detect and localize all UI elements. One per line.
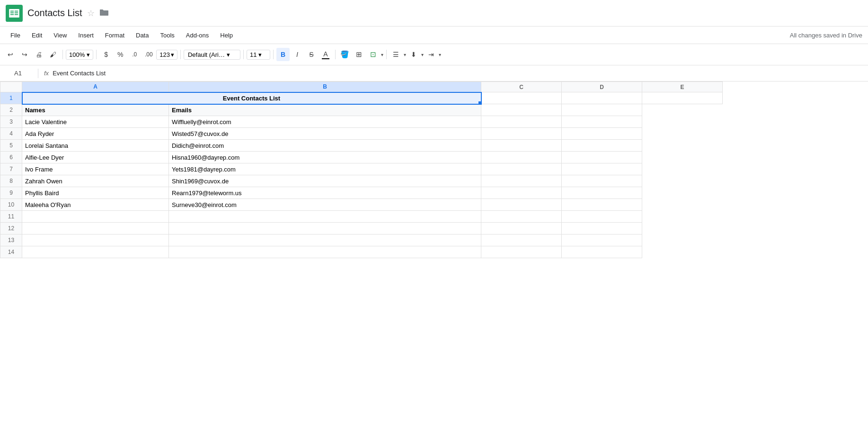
row-num-7[interactable]: 7 [0, 163, 22, 175]
row-num-8[interactable]: 8 [0, 175, 22, 187]
cell-d12[interactable] [562, 223, 642, 235]
cell-e1[interactable] [642, 92, 723, 104]
document-title[interactable]: Contacts List [27, 8, 82, 18]
cell-c5[interactable] [481, 140, 562, 152]
bold-button[interactable]: B [276, 48, 290, 61]
cell-reference[interactable]: A1 [4, 70, 32, 77]
row-num-12[interactable]: 12 [0, 223, 22, 235]
col-header-c[interactable]: C [481, 82, 562, 92]
cell-d4[interactable] [562, 128, 642, 140]
cell-c2[interactable] [481, 104, 562, 116]
menu-edit[interactable]: Edit [27, 30, 47, 41]
cell-c3[interactable] [481, 116, 562, 128]
cell-b6[interactable]: Hisna1960@dayrep.com [169, 152, 481, 163]
redo-button[interactable]: ↪ [18, 48, 31, 61]
menu-format[interactable]: Format [100, 30, 129, 41]
strikethrough-button[interactable]: S [305, 48, 318, 61]
cell-c9[interactable] [481, 187, 562, 199]
cell-b12[interactable] [169, 223, 481, 235]
cell-a6[interactable]: Alfie-Lee Dyer [22, 152, 169, 163]
cell-c7[interactable] [481, 163, 562, 175]
decimal-decrease-button[interactable]: .0 [128, 48, 141, 61]
cell-c13[interactable] [481, 235, 562, 246]
menu-addons[interactable]: Add-ons [181, 30, 213, 41]
col-header-d[interactable]: D [562, 82, 642, 92]
cell-a2[interactable]: Names [22, 104, 169, 116]
cell-c10[interactable] [481, 199, 562, 211]
menu-view[interactable]: View [49, 30, 71, 41]
cell-d8[interactable] [562, 175, 642, 187]
border-button[interactable]: ⊞ [353, 48, 366, 61]
cell-a10[interactable]: Maleeha O'Ryan [22, 199, 169, 211]
cell-c8[interactable] [481, 175, 562, 187]
print-button[interactable]: 🖨 [32, 48, 45, 61]
font-family-selector[interactable]: Default (Ari… ▾ [184, 50, 240, 60]
valign-chevron[interactable]: ▾ [421, 52, 424, 57]
wrap-chevron[interactable]: ▾ [439, 52, 441, 57]
cell-d2[interactable] [562, 104, 642, 116]
row-num-13[interactable]: 13 [0, 235, 22, 246]
menu-file[interactable]: File [6, 30, 25, 41]
row-num-1[interactable]: 1 [0, 92, 22, 104]
cell-c1[interactable] [481, 92, 562, 104]
cell-a1-merged[interactable]: Event Contacts List [22, 92, 481, 104]
text-wrap-button[interactable]: ⇥ [425, 48, 438, 61]
row-num-5[interactable]: 5 [0, 140, 22, 152]
paint-format-button[interactable]: 🖌 [46, 48, 60, 61]
menu-insert[interactable]: Insert [73, 30, 98, 41]
cell-b9[interactable]: Rearn1979@teleworm.us [169, 187, 481, 199]
merge-cells-button[interactable]: ⊡ [367, 48, 380, 61]
cell-b10[interactable]: Surneve30@einrot.com [169, 199, 481, 211]
cell-b8[interactable]: Shin1969@cuvox.de [169, 175, 481, 187]
format-number-button[interactable]: 123 ▾ [156, 50, 177, 60]
cell-a9[interactable]: Phyllis Baird [22, 187, 169, 199]
cell-d11[interactable] [562, 211, 642, 223]
row-num-4[interactable]: 4 [0, 128, 22, 140]
cell-d3[interactable] [562, 116, 642, 128]
cell-b4[interactable]: Wisted57@cuvox.de [169, 128, 481, 140]
cell-a8[interactable]: Zahrah Owen [22, 175, 169, 187]
align-button[interactable]: ☰ [390, 48, 403, 61]
row-num-6[interactable]: 6 [0, 152, 22, 163]
cell-a14[interactable] [22, 246, 169, 258]
row-num-3[interactable]: 3 [0, 116, 22, 128]
col-header-e[interactable]: E [642, 82, 723, 92]
cell-d6[interactable] [562, 152, 642, 163]
grid-container[interactable]: A B C D E 1Event Contacts List2NamesEmai… [0, 81, 868, 424]
cell-a12[interactable] [22, 223, 169, 235]
cell-b5[interactable]: Didich@einrot.com [169, 140, 481, 152]
cell-a3[interactable]: Lacie Valentine [22, 116, 169, 128]
col-header-b[interactable]: B [169, 82, 481, 92]
row-num-9[interactable]: 9 [0, 187, 22, 199]
percent-button[interactable]: % [114, 48, 127, 61]
cell-d7[interactable] [562, 163, 642, 175]
italic-button[interactable]: I [291, 48, 304, 61]
row-num-11[interactable]: 11 [0, 211, 22, 223]
cell-a5[interactable]: Lorelai Santana [22, 140, 169, 152]
col-header-a[interactable]: A [22, 82, 169, 92]
cell-a13[interactable] [22, 235, 169, 246]
cell-d10[interactable] [562, 199, 642, 211]
currency-button[interactable]: $ [99, 48, 113, 61]
cell-d5[interactable] [562, 140, 642, 152]
decimal-increase-button[interactable]: .00 [142, 48, 155, 61]
cell-d13[interactable] [562, 235, 642, 246]
menu-data[interactable]: Data [131, 30, 153, 41]
vertical-align-button[interactable]: ⬇ [407, 48, 420, 61]
cell-c4[interactable] [481, 128, 562, 140]
cell-d1[interactable] [562, 92, 642, 104]
cell-b2[interactable]: Emails [169, 104, 481, 116]
underline-button[interactable]: A [319, 48, 332, 61]
menu-help[interactable]: Help [215, 30, 238, 41]
cell-c12[interactable] [481, 223, 562, 235]
cell-b11[interactable] [169, 211, 481, 223]
star-icon[interactable]: ☆ [87, 8, 95, 18]
menu-tools[interactable]: Tools [155, 30, 179, 41]
row-num-2[interactable]: 2 [0, 104, 22, 116]
font-size-selector[interactable]: 11 ▾ [247, 50, 270, 60]
cell-d9[interactable] [562, 187, 642, 199]
cell-c14[interactable] [481, 246, 562, 258]
undo-button[interactable]: ↩ [4, 48, 17, 61]
fill-color-button[interactable]: 🪣 [338, 48, 352, 61]
merge-chevron[interactable]: ▾ [381, 52, 383, 57]
